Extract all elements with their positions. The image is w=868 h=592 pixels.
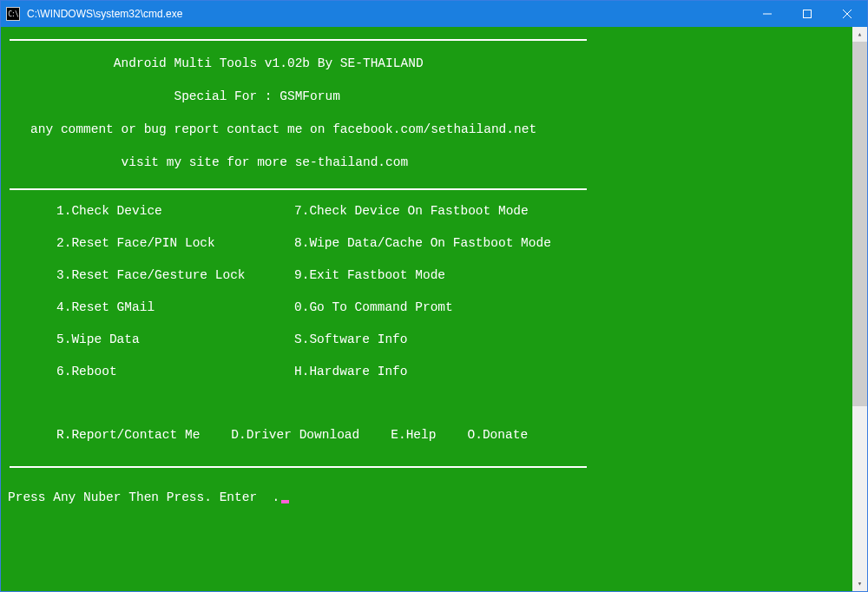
menu-item-5: 5.Wipe Data [8,332,294,346]
menu-row: 1.Check Device 7.Check Device On Fastboo… [8,204,852,236]
menu-item-e: E.Help [391,428,436,442]
vertical-scrollbar[interactable]: ▴ ▾ [852,27,867,591]
prompt-text: Press Any Nuber Then Press. Enter . [8,490,279,504]
window-controls [747,1,867,27]
menu-item-3: 3.Reset Face/Gesture Lock [8,268,294,282]
menu-row: 6.Reboot H.Hardware Info [8,365,852,397]
menu-item-h: H.Hardware Info [294,365,408,378]
titlebar[interactable]: C:\ C:\WINDOWS\system32\cmd.exe [1,1,867,27]
divider-mid [8,181,852,197]
scroll-thumb[interactable] [852,42,867,406]
menu-item-1: 1.Check Device [8,204,294,218]
header-site: visit my site for more se-thailand.com [8,148,852,181]
menu-item-7: 7.Check Device On Fastboot Mode [294,204,529,218]
menu-item-0: 0.Go To Command Promt [294,300,453,314]
menu-item-8: 8.Wipe Data/Cache On Fastboot Mode [294,236,551,250]
svg-rect-0 [804,10,812,18]
minimize-button[interactable] [747,1,787,27]
menu-item-6: 6.Reboot [8,365,294,378]
menu-row: 2.Reset Face/PIN Lock 8.Wipe Data/Cache … [8,236,852,268]
menu-row: 3.Reset Face/Gesture Lock 9.Exit Fastboo… [8,268,852,300]
client-area: Android Multi Tools v1.02b By SE-THAILAN… [1,27,867,591]
menu-item-o: O.Donate [467,428,528,442]
extras-row: R.Report/Contact Me D.Driver Download E.… [8,397,852,452]
window-title: C:\WINDOWS\system32\cmd.exe [25,8,182,20]
console-output[interactable]: Android Multi Tools v1.02b By SE-THAILAN… [1,27,852,591]
header-contact: any comment or bug report contact me on … [8,115,852,148]
divider-top [8,32,852,48]
menu-item-r: R.Report/Contact Me [56,428,200,442]
text-cursor [281,500,289,503]
divider-bottom [8,459,852,475]
minimize-icon [763,10,772,18]
prompt-row[interactable]: Press Any Nuber Then Press. Enter . [8,475,852,504]
menu-item-s: S.Software Info [294,332,408,346]
window: C:\ C:\WINDOWS\system32\cmd.exe Android … [0,0,868,592]
menu-row: 4.Reset GMail 0.Go To Command Promt [8,300,852,332]
cmd-icon: C:\ [6,7,20,21]
close-button[interactable] [827,1,867,27]
close-icon [843,10,852,18]
scroll-down-button[interactable]: ▾ [852,576,867,591]
menu-item-4: 4.Reset GMail [8,300,294,314]
maximize-button[interactable] [787,1,827,27]
maximize-icon [803,10,812,18]
menu-item-9: 9.Exit Fastboot Mode [294,268,445,282]
app-icon-wrap: C:\ [1,7,25,21]
header-block: Android Multi Tools v1.02b By SE-THAILAN… [8,48,852,181]
menu-row: 5.Wipe Data S.Software Info [8,332,852,365]
header-subtitle: Special For : GSMForum [8,82,852,115]
menu-block: 1.Check Device 7.Check Device On Fastboo… [8,197,852,459]
menu-item-2: 2.Reset Face/PIN Lock [8,236,294,250]
menu-item-d: D.Driver Download [231,428,359,442]
header-title: Android Multi Tools v1.02b By SE-THAILAN… [8,49,852,82]
scroll-up-button[interactable]: ▴ [852,27,867,42]
